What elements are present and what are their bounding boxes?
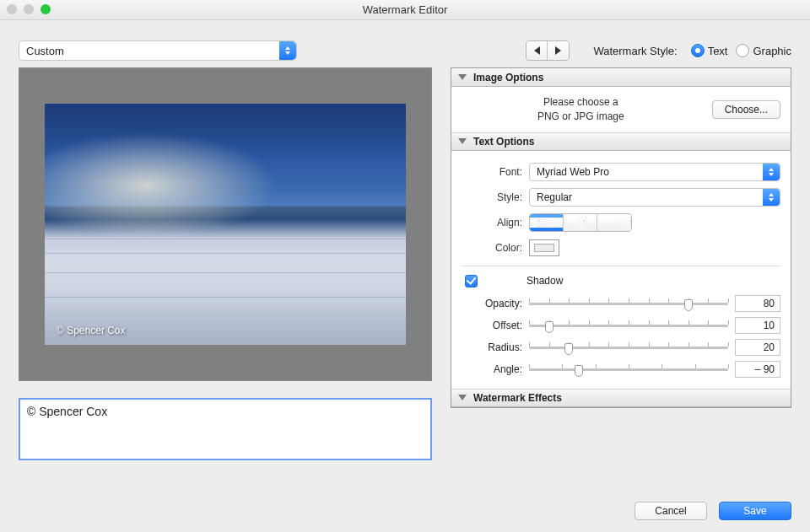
color-label: Color:	[462, 242, 529, 254]
window-title: Watermark Editor	[363, 3, 448, 16]
minimize-window-icon[interactable]	[24, 4, 34, 14]
save-button[interactable]: Save	[719, 502, 791, 520]
image-options-hint: Please choose a PNG or JPG image	[462, 95, 700, 124]
offset-slider[interactable]	[529, 319, 728, 332]
preview-watermark-text: © Spencer Cox	[57, 325, 126, 336]
watermark-text-input[interactable]: © Spencer Cox	[19, 398, 432, 460]
shadow-label: Shadow	[526, 275, 563, 287]
panel-stack: Image Options Please choose a PNG or JPG…	[451, 67, 791, 408]
disclosure-triangle-icon	[458, 138, 467, 144]
color-well[interactable]	[529, 239, 559, 256]
next-image-button[interactable]	[548, 41, 569, 60]
angle-field[interactable]: – 90	[735, 361, 780, 378]
close-window-icon[interactable]	[7, 4, 17, 14]
zoom-window-icon[interactable]	[40, 4, 51, 14]
panel-image-options-header[interactable]: Image Options	[451, 68, 791, 87]
align-segmented	[529, 213, 632, 232]
window-controls	[7, 4, 51, 14]
top-toolbar: Custom Watermark Style: Text Graphic	[0, 20, 810, 67]
style-text-radio[interactable]	[691, 44, 705, 57]
font-label: Font:	[462, 166, 529, 178]
disclosure-triangle-icon	[458, 74, 467, 80]
angle-slider[interactable]	[529, 363, 728, 376]
panel-image-options-body: Please choose a PNG or JPG image Choose.…	[451, 87, 791, 132]
font-style-select[interactable]: Regular	[529, 188, 780, 207]
align-right-button[interactable]	[597, 214, 631, 231]
choose-image-button[interactable]: Choose...	[712, 100, 780, 119]
panel-text-options-body: Font: Myriad Web Pro Style: Regular Alig…	[451, 151, 791, 389]
disclosure-triangle-icon	[458, 395, 467, 400]
panel-watermark-effects-header[interactable]: Watermark Effects	[451, 389, 791, 407]
stepper-icon	[279, 41, 296, 60]
cancel-button[interactable]: Cancel	[634, 502, 707, 520]
preview-image: © Spencer Cox	[45, 104, 406, 345]
preset-value: Custom	[26, 45, 64, 57]
style-label: Style:	[462, 191, 529, 203]
align-left-button[interactable]	[530, 214, 564, 231]
preview-frame: © Spencer Cox	[19, 67, 432, 381]
opacity-slider[interactable]	[529, 297, 728, 310]
titlebar: Watermark Editor	[0, 0, 810, 20]
preview-nav	[526, 40, 570, 61]
color-swatch	[534, 244, 554, 252]
font-select[interactable]: Myriad Web Pro	[529, 163, 780, 181]
dialog-footer: Cancel Save	[634, 502, 791, 520]
style-graphic-radio[interactable]	[736, 44, 749, 57]
radius-field[interactable]: 20	[735, 339, 780, 356]
stepper-icon	[763, 189, 780, 206]
watermark-style-label: Watermark Style:	[593, 45, 677, 57]
angle-label: Angle:	[462, 363, 529, 375]
shadow-checkbox[interactable]	[465, 275, 478, 287]
offset-label: Offset:	[462, 320, 529, 331]
radius-label: Radius:	[462, 341, 529, 353]
style-text-label: Text	[708, 45, 728, 57]
prev-image-button[interactable]	[526, 41, 548, 60]
panel-text-options-header[interactable]: Text Options	[451, 132, 791, 151]
preset-select[interactable]: Custom	[19, 40, 297, 61]
align-center-button[interactable]	[564, 214, 597, 231]
offset-field[interactable]: 10	[735, 317, 780, 334]
style-graphic-label: Graphic	[753, 45, 791, 57]
stepper-icon	[763, 164, 780, 180]
opacity-label: Opacity:	[462, 298, 529, 309]
align-label: Align:	[462, 217, 529, 228]
radius-slider[interactable]	[529, 341, 728, 354]
opacity-field[interactable]: 80	[735, 295, 780, 312]
separator	[462, 266, 780, 266]
